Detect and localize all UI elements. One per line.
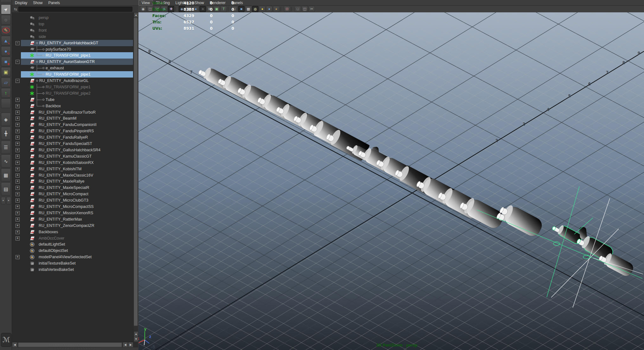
expand-icon[interactable]: + — [16, 129, 20, 133]
scroll-down-icon[interactable]: ▼ — [134, 336, 138, 342]
expand-icon[interactable]: + — [16, 224, 20, 228]
expand-icon[interactable]: + — [16, 142, 20, 146]
soft-mod-tool[interactable]: ▱↑ — [1, 78, 11, 87]
outliner-row-RU_ENTITY_MissionXenonRS[interactable]: +RU_ENTITY_MissionXenonRS — [12, 210, 133, 216]
exposure-icon[interactable]: ◫ — [302, 6, 308, 12]
outliner-row-defaultObjectSet[interactable]: defaultObjectSet — [12, 247, 133, 254]
viewport-canvas[interactable]: 9876543223456789-3-5xyz2D Pan/Zoom : per… — [138, 12, 644, 350]
expand-icon[interactable]: + — [16, 236, 20, 241]
outliner-row-front[interactable]: front — [12, 27, 133, 34]
outliner-pane-layout[interactable]: ☰ — [1, 141, 11, 154]
outliner-row-RU_ENTITY_MicroCompactSS[interactable]: +RU_ENTITY_MicroCompactSS — [12, 203, 133, 210]
expand-icon[interactable]: + — [16, 255, 20, 259]
expand-icon[interactable]: + — [16, 230, 20, 234]
panel-resize-handle[interactable]: · · · · · · · · · · · · · · · · · · · · — [12, 347, 138, 350]
outliner-row-RU_TRANSFORM_pipe1[interactable]: RU_TRANSFORM_pipe1 — [12, 52, 133, 59]
outliner-row-AmbOccCover[interactable]: +AmbOccCover — [12, 235, 133, 241]
hscroll-thumb[interactable]: · · · · · · · · · · · · · · · · · · · · — [18, 342, 122, 347]
scroll-left-icon[interactable]: ◀ — [123, 342, 128, 347]
flat-light-icon[interactable]: ● — [266, 6, 272, 12]
outliner-hscrollbar[interactable]: ◀ · · · · · · · · · · · · · · · · · · · … — [12, 342, 133, 347]
layout-dropdown-icon[interactable]: ▾ — [6, 197, 11, 204]
filter-icon[interactable]: ⇆ — [14, 7, 17, 11]
expand-icon[interactable]: + — [16, 186, 20, 190]
outliner-row-modelPanel4ViewSelectedSet[interactable]: +modelPanel4ViewSelectedSet — [12, 254, 133, 260]
outliner-row-RU_ENTITY_MaxleSpecialR[interactable]: +RU_ENTITY_MaxleSpecialR — [12, 184, 133, 191]
outliner-row-RU_ENTITY_GallusHatchbackSR4[interactable]: +RU_ENTITY_GallusHatchbackSR4 — [12, 147, 133, 153]
outliner-row-initialVertexBakeSet[interactable]: initialVertexBakeSet — [12, 266, 133, 273]
outliner-row-RU_ENTITY_KobishiTM[interactable]: +RU_ENTITY_KobishiTM — [12, 166, 133, 172]
expand-icon[interactable]: + — [16, 104, 20, 108]
universal-manipulator-tool[interactable]: ▣ — [1, 67, 11, 77]
expand-icon[interactable]: + — [16, 161, 20, 165]
paint-select-tool[interactable]: ✎ — [1, 25, 11, 35]
outliner-row-RU_ENTITY_MicroClubGT3[interactable]: +RU_ENTITY_MicroClubGT3 — [12, 197, 133, 203]
snip-icon[interactable]: ✂ — [309, 6, 315, 12]
layout-dropdown-icon[interactable]: ▾ — [1, 197, 6, 204]
toolbox-grip[interactable] — [1, 1, 10, 4]
outliner-row-RU_ENTITY_FanduRallyeR[interactable]: +RU_ENTITY_FanduRallyeR — [12, 134, 133, 141]
use-all-lights-icon[interactable]: ◍ — [252, 6, 258, 12]
default-light-icon[interactable]: ● — [259, 6, 265, 12]
outliner-row-polySurface70[interactable]: polySurface70 — [12, 46, 133, 53]
outliner-menu-panels[interactable]: Panels — [45, 0, 63, 5]
outliner-menu-display[interactable]: Display — [12, 0, 30, 5]
scroll-up-icon[interactable]: ▲ — [134, 331, 138, 337]
four-pane-layout[interactable]: ╋ — [1, 127, 11, 140]
vscroll-thumb[interactable] — [134, 18, 138, 326]
outliner-row-RU_TRANSFORM_pipe2[interactable]: RU_TRANSFORM_pipe2 — [12, 90, 133, 97]
textured-icon[interactable]: ▩ — [245, 6, 252, 12]
outliner-row-RU_ENTITY_MaxleRallye[interactable]: +RU_ENTITY_MaxleRallye — [12, 178, 133, 184]
last-tool[interactable] — [1, 98, 11, 108]
expand-icon[interactable]: + — [16, 116, 20, 121]
scroll-up-icon[interactable]: ▲ — [134, 12, 138, 18]
outliner-row-e_exhaust[interactable]: e_exhaust — [12, 65, 133, 71]
maya-logo-icon[interactable]: ℳ — [1, 333, 11, 347]
outliner-row-RU_ENTITY_RattlerMax[interactable]: +RU_ENTITY_RattlerMax — [12, 216, 133, 222]
expand-icon[interactable]: + — [16, 154, 20, 159]
outliner-row-RU_TRANSFORM_pipe1[interactable]: RU_TRANSFORM_pipe1 — [12, 84, 133, 90]
outliner-tree[interactable]: persptopfrontside−RU_ENTITY_AuroriHatchb… — [12, 12, 133, 342]
select-camera-icon[interactable]: ◉ — [140, 6, 146, 12]
outliner-row-Backboxes[interactable]: +Backboxes — [12, 229, 133, 235]
show-manipulator-tool[interactable]: ↑→ — [1, 88, 11, 98]
move-tool[interactable]: ▲➘ — [1, 36, 11, 46]
shaded-icon[interactable]: ■ — [238, 6, 245, 12]
expand-icon[interactable]: + — [16, 98, 20, 102]
outliner-row-RU_ENTITY_MaxleClassic16V[interactable]: +RU_ENTITY_MaxleClassic16V — [12, 172, 133, 178]
outliner-row-RU_ENTITY_MicroCompact[interactable]: +RU_ENTITY_MicroCompact — [12, 191, 133, 197]
outliner-row-RU_ENTITY_AutoBrazorGL[interactable]: −RU_ENTITY_AutoBrazorGL — [12, 78, 133, 84]
outliner-row-RU_TRANSFORM_pipe1[interactable]: RU_TRANSFORM_pipe1 — [12, 71, 133, 78]
outliner-vscrollbar[interactable]: ▲ ▲ ▼ — [133, 12, 138, 342]
expand-icon[interactable]: + — [16, 148, 20, 152]
outliner-row-side[interactable]: side — [12, 34, 133, 40]
outliner-row-Backbox[interactable]: +Backbox — [12, 103, 133, 109]
lasso-select-tool[interactable]: ◌ — [1, 15, 11, 25]
expand-icon[interactable]: + — [16, 211, 20, 215]
outliner-row-top[interactable]: top — [12, 21, 133, 27]
scale-tool[interactable]: ■✚ — [1, 57, 11, 66]
outliner-row-RU_ENTITY_AutoBrazorTurboR[interactable]: +RU_ENTITY_AutoBrazorTurboR — [12, 109, 133, 116]
outliner-row-Tube[interactable]: +Tube — [12, 97, 133, 103]
expand-icon[interactable]: + — [16, 217, 20, 222]
outliner-row-RU_ENTITY_AuroriSaloonGTR[interactable]: −RU_ENTITY_AuroriSaloonGTR — [12, 59, 133, 65]
no-light-icon[interactable]: ● — [273, 6, 279, 12]
collapse-icon[interactable]: − — [16, 79, 20, 83]
expand-icon[interactable]: + — [16, 198, 20, 203]
outliner-row-defaultLightSet[interactable]: defaultLightSet — [12, 241, 133, 247]
expand-icon[interactable]: + — [16, 192, 20, 196]
select-tool[interactable]: ➤ — [1, 4, 11, 14]
expand-icon[interactable]: + — [16, 179, 20, 184]
outliner-menu-show[interactable]: Show — [30, 0, 45, 5]
expand-icon[interactable]: + — [16, 135, 20, 140]
outliner-row-initialTextureBakeSet[interactable]: initialTextureBakeSet — [12, 260, 133, 266]
scroll-right-icon[interactable]: ▶ — [128, 342, 133, 347]
outliner-row-RU_ENTITY_FanduSpecialST[interactable]: +RU_ENTITY_FanduSpecialST — [12, 141, 133, 147]
expand-icon[interactable]: + — [16, 167, 20, 171]
expand-icon[interactable]: + — [16, 123, 20, 127]
outliner-row-RU_ENTITY_ZenorCompactZR[interactable]: +RU_ENTITY_ZenorCompactZR — [12, 222, 133, 229]
viewport-menu-view[interactable]: View — [138, 0, 153, 6]
outliner-row-RU_ENTITY_KarnuClassicGT[interactable]: +RU_ENTITY_KarnuClassicGT — [12, 153, 133, 159]
expand-icon[interactable]: + — [16, 110, 20, 115]
outliner-row-RU_ENTITY_FanduPinpointRS[interactable]: +RU_ENTITY_FanduPinpointRS — [12, 128, 133, 134]
